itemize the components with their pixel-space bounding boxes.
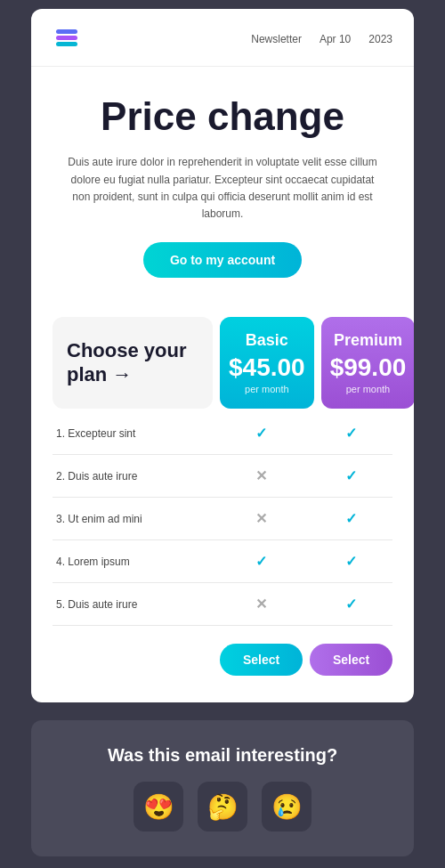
feature-name: 5. Duis aute irure — [53, 598, 213, 611]
feature-basic-cell: ✕ — [220, 510, 303, 527]
feature-premium-cell: ✓ — [310, 510, 392, 527]
features-table: 1. Excepteur sint✓✓2. Duis aute irure✕✓3… — [53, 412, 392, 626]
check-icon: ✓ — [255, 426, 267, 441]
feature-basic-cell: ✓ — [220, 553, 303, 570]
hero-title: Price change — [63, 95, 382, 138]
cross-icon: ✕ — [255, 468, 267, 483]
feature-name: 2. Duis aute irure — [53, 470, 213, 483]
feature-row: 2. Duis aute irure✕✓ — [53, 455, 392, 498]
check-icon: ✓ — [255, 554, 267, 569]
feature-premium-cell: ✓ — [310, 596, 392, 612]
feature-name: 1. Excepteur sint — [53, 427, 213, 440]
premium-plan-period: per month — [330, 384, 407, 394]
check-icon: ✓ — [345, 596, 357, 612]
premium-plan-price: $99.00 — [330, 355, 407, 380]
feature-premium-cell: ✓ — [310, 553, 392, 570]
cross-icon: ✕ — [255, 596, 267, 612]
header-year: 2023 — [368, 33, 392, 45]
hero-body: Duis aute irure dolor in reprehenderit i… — [63, 154, 382, 223]
feature-row: 1. Excepteur sint✓✓ — [53, 412, 392, 455]
svg-rect-0 — [56, 29, 77, 34]
logo-icon — [53, 23, 81, 55]
feature-basic-cell: ✕ — [220, 596, 303, 612]
check-icon: ✓ — [345, 468, 357, 483]
basic-plan-name: Basic — [229, 331, 305, 350]
check-icon: ✓ — [345, 511, 357, 526]
feature-premium-cell: ✓ — [310, 467, 392, 484]
feature-name: 3. Ut enim ad mini — [53, 513, 213, 525]
pricing-header: Choose your plan → Basic $45.00 per mont… — [53, 317, 392, 409]
emoji-button-2[interactable]: 😢 — [262, 782, 312, 831]
email-header: Newsletter Apr 10 2023 — [31, 9, 414, 67]
premium-plan-name: Premium — [330, 331, 407, 350]
feedback-card: Was this email interesting? 😍🤔😢 — [31, 720, 414, 856]
check-icon: ✓ — [345, 426, 357, 441]
svg-rect-1 — [56, 36, 77, 40]
cta-button[interactable]: Go to my account — [143, 242, 302, 278]
basic-plan-header: Basic $45.00 per month — [220, 317, 314, 409]
feature-row: 5. Duis aute irure✕✓ — [53, 583, 392, 626]
select-basic-button[interactable]: Select — [220, 644, 303, 676]
basic-plan-period: per month — [229, 384, 305, 394]
svg-rect-2 — [56, 42, 77, 46]
cross-icon: ✕ — [255, 511, 267, 526]
newsletter-label: Newsletter — [251, 33, 302, 45]
choose-plan-label: Choose your plan → — [53, 317, 213, 409]
pricing-section: Choose your plan → Basic $45.00 per mont… — [31, 299, 414, 702]
hero-section: Price change Duis aute irure dolor in re… — [31, 67, 414, 299]
feature-name: 4. Lorem ipsum — [53, 556, 213, 568]
main-card: Newsletter Apr 10 2023 Price change Duis… — [31, 9, 414, 702]
basic-plan-price: $45.00 — [229, 355, 305, 380]
feature-row: 4. Lorem ipsum✓✓ — [53, 540, 392, 583]
select-row: Select Select — [53, 644, 392, 676]
select-premium-button[interactable]: Select — [310, 644, 392, 676]
page-wrapper: Newsletter Apr 10 2023 Price change Duis… — [0, 0, 445, 868]
feature-premium-cell: ✓ — [310, 425, 392, 442]
check-icon: ✓ — [345, 554, 357, 569]
premium-plan-header: Premium $99.00 per month — [321, 317, 414, 409]
feature-row: 3. Ut enim ad mini✕✓ — [53, 498, 392, 540]
feedback-title: Was this email interesting? — [53, 745, 392, 766]
feature-basic-cell: ✓ — [220, 425, 303, 442]
emoji-row: 😍🤔😢 — [53, 782, 392, 831]
emoji-button-1[interactable]: 🤔 — [198, 782, 247, 831]
feature-basic-cell: ✕ — [220, 467, 303, 484]
header-meta: Newsletter Apr 10 2023 — [251, 33, 392, 45]
emoji-button-0[interactable]: 😍 — [134, 782, 183, 831]
header-date: Apr 10 — [320, 33, 351, 45]
